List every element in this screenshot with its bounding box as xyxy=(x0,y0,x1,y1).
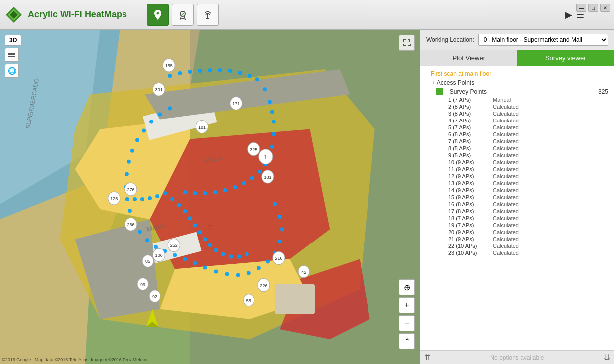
svg-text:266: 266 xyxy=(127,222,134,227)
tab-plot-viewer[interactable]: Plot Viewer xyxy=(420,50,517,66)
svg-point-37 xyxy=(270,145,274,149)
window-controls: — □ ✕ xyxy=(576,4,610,12)
survey-point-row[interactable]: 8 (5 APs)Calculated xyxy=(424,145,610,152)
fullscreen-button[interactable] xyxy=(399,35,415,51)
survey-point-row[interactable]: 4 (7 APs)Calculated xyxy=(424,117,610,124)
survey-point-name: 13 (9 APs) xyxy=(448,180,493,186)
svg-point-58 xyxy=(225,272,229,276)
survey-point-row[interactable]: 23 (10 APs)Calculated xyxy=(424,249,610,256)
svg-text:42: 42 xyxy=(301,270,306,275)
survey-point-row[interactable]: 5 (7 APs)Calculated xyxy=(424,124,610,131)
svg-text:181: 181 xyxy=(264,175,271,180)
survey-point-method: Calculated xyxy=(493,250,519,256)
survey-point-name: 23 (10 APs) xyxy=(448,250,493,256)
svg-point-89 xyxy=(193,223,197,227)
maximize-button[interactable]: □ xyxy=(588,4,598,12)
scroll-down-button[interactable]: ⇊ xyxy=(604,353,610,362)
svg-point-65 xyxy=(154,245,158,249)
survey-point-row[interactable]: 2 (8 APs)Calculated xyxy=(424,103,610,110)
survey-point-method: Calculated xyxy=(493,131,519,137)
survey-point-row[interactable]: 12 (9 APs)Calculated xyxy=(424,173,610,180)
location-toolbar-btn[interactable] xyxy=(147,4,169,26)
survey-point-row[interactable]: 20 (9 APs)Calculated xyxy=(424,229,610,236)
compass-button[interactable]: ⊕ xyxy=(399,279,415,295)
survey-point-row[interactable]: 1 (7 APs)Manual xyxy=(424,96,610,103)
survey-point-row[interactable]: 16 (8 APs)Calculated xyxy=(424,201,610,208)
antenna-icon xyxy=(202,9,214,21)
close-button[interactable]: ✕ xyxy=(600,4,610,12)
minimize-button[interactable]: — xyxy=(576,4,586,12)
svg-point-95 xyxy=(229,254,233,258)
svg-point-48 xyxy=(183,190,187,194)
zoom-in-button[interactable]: + xyxy=(399,297,415,313)
panel-tabs: Plot Viewer Survey viewer xyxy=(420,50,614,66)
survey-point-row[interactable]: 13 (9 APs)Calculated xyxy=(424,180,610,187)
tree-root: − First scan at main floor + Access Poin… xyxy=(420,68,614,257)
survey-point-row[interactable]: 6 (8 APs)Calculated xyxy=(424,131,610,138)
play-button[interactable]: ▶ xyxy=(565,9,572,20)
survey-point-method: Calculated xyxy=(493,138,519,144)
antenna-toolbar-btn[interactable] xyxy=(197,4,219,26)
survey-point-row[interactable]: 9 (5 APs)Calculated xyxy=(424,152,610,159)
working-location-select[interactable]: 0 - Main floor - Supermarket and Mall xyxy=(478,34,608,46)
survey-points-label: Survey Points xyxy=(450,88,596,95)
map-attribution: ©2016 Google · Map data ©2016 Tele Atlas… xyxy=(2,357,147,362)
titlebar: Acrylic Wi-Fi HeatMaps ▶ ☰ xyxy=(0,0,614,30)
survey-point-row[interactable]: 19 (7 APs)Calculated xyxy=(424,222,610,229)
svg-text:85: 85 xyxy=(145,259,150,264)
survey-point-row[interactable]: 21 (9 APs)Calculated xyxy=(424,236,610,243)
survey-point-row[interactable]: 18 (7 APs)Calculated xyxy=(424,215,610,222)
svg-rect-142 xyxy=(8,53,15,54)
survey-point-name: 8 (5 APs) xyxy=(448,145,493,151)
survey-point-method: Calculated xyxy=(493,166,519,172)
working-location-label: Working Location: xyxy=(426,36,474,43)
scan-root-item[interactable]: − First scan at main floor xyxy=(424,69,610,78)
tree-panel[interactable]: − First scan at main floor + Access Poin… xyxy=(420,66,614,350)
survey-point-method: Manual xyxy=(493,97,511,103)
3d-toggle-button[interactable]: 3D xyxy=(5,35,21,46)
survey-point-name: 18 (7 APs) xyxy=(448,215,493,221)
svg-point-91 xyxy=(203,237,207,241)
svg-point-86 xyxy=(177,203,181,207)
globe-button[interactable]: 🌐 xyxy=(5,64,19,78)
survey-point-row[interactable]: 14 (9 APs)Calculated xyxy=(424,187,610,194)
map-area[interactable]: 155 301 171 181 325 xyxy=(0,30,420,364)
svg-point-61 xyxy=(193,261,197,265)
svg-point-88 xyxy=(188,216,192,220)
svg-rect-144 xyxy=(8,56,15,57)
svg-point-27 xyxy=(218,68,222,72)
certificate-icon xyxy=(177,9,189,21)
scroll-up-button[interactable]: ⇈ xyxy=(424,353,431,362)
svg-point-77 xyxy=(149,120,153,123)
survey-point-row[interactable]: 22 (10 APs)Calculated xyxy=(424,243,610,249)
survey-point-row[interactable]: 15 (9 APs)Calculated xyxy=(424,194,610,201)
access-points-group[interactable]: + Access Points xyxy=(424,78,610,87)
survey-point-name: 6 (8 APs) xyxy=(448,131,493,137)
survey-point-method: Calculated xyxy=(493,111,519,117)
svg-point-90 xyxy=(198,230,202,234)
svg-point-96 xyxy=(237,254,241,258)
survey-point-name: 2 (8 APs) xyxy=(448,104,493,110)
survey-point-row[interactable]: 17 (8 APs)Calculated xyxy=(424,208,610,215)
right-panel: Working Location: 0 - Main floor - Super… xyxy=(420,30,614,364)
survey-point-row[interactable]: 7 (8 APs)Calculated xyxy=(424,138,610,145)
certificate-toolbar-btn[interactable] xyxy=(172,4,194,26)
survey-point-name: 1 (7 APs) xyxy=(448,97,493,103)
survey-points-color xyxy=(436,88,443,95)
svg-point-81 xyxy=(140,197,144,201)
survey-point-row[interactable]: 3 (8 APs)Calculated xyxy=(424,110,610,117)
survey-point-method: Calculated xyxy=(493,152,519,158)
survey-points-count: 325 xyxy=(598,88,608,95)
survey-point-row[interactable]: 11 (9 APs)Calculated xyxy=(424,166,610,173)
zoom-out-button[interactable]: − xyxy=(399,315,415,331)
svg-point-60 xyxy=(203,265,207,269)
svg-point-74 xyxy=(130,149,134,153)
tab-survey-viewer[interactable]: Survey viewer xyxy=(517,50,614,66)
survey-points-group[interactable]: − Survey Points 325 xyxy=(424,87,610,96)
survey-point-row[interactable]: 10 (9 APs)Calculated xyxy=(424,159,610,166)
survey-point-name: 17 (8 APs) xyxy=(448,208,493,214)
svg-point-35 xyxy=(272,120,276,123)
tilt-button[interactable]: ⌃ xyxy=(399,333,415,349)
layers-button[interactable] xyxy=(5,48,19,62)
svg-point-83 xyxy=(155,194,159,198)
